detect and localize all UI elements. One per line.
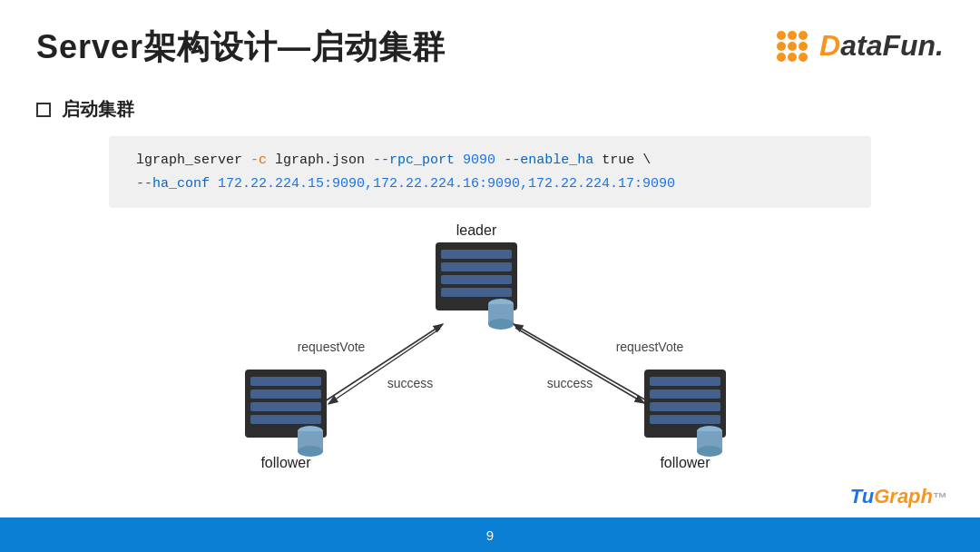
success-left-label: success — [387, 376, 434, 390]
svg-rect-29 — [650, 415, 720, 424]
svg-rect-20 — [250, 402, 321, 411]
svg-point-1 — [788, 31, 797, 40]
tugraph-logo: TuGraph™ — [850, 485, 947, 508]
svg-rect-11 — [441, 262, 512, 271]
svg-rect-27 — [650, 389, 720, 399]
follower-left-server-icon — [245, 370, 327, 457]
svg-rect-21 — [250, 415, 321, 424]
section-heading: 启动集群 — [36, 97, 944, 122]
section-label: 启动集群 — [62, 97, 134, 122]
diagram-svg: leader follower — [172, 215, 808, 478]
header: Server架构设计—启动集群 DataFun. — [0, 0, 980, 70]
datafun-logo-icon — [776, 30, 818, 63]
follower-right-server-icon — [644, 370, 726, 457]
follower-left-label: follower — [260, 455, 311, 470]
footer: 9 — [0, 518, 980, 552]
leader-label: leader — [456, 222, 497, 238]
checkbox-icon — [36, 103, 51, 117]
request-vote-right-label: requestVote — [616, 340, 684, 354]
request-vote-left-label: requestVote — [298, 340, 366, 354]
svg-point-3 — [777, 42, 786, 51]
cluster-diagram: leader follower — [172, 215, 808, 478]
code-line-1: lgraph_server -c lgraph.json --rpc_port … — [136, 149, 844, 172]
svg-rect-10 — [441, 250, 512, 259]
leader-server-icon — [436, 242, 517, 330]
svg-rect-12 — [441, 275, 512, 284]
code-block: lgraph_server -c lgraph.json --rpc_port … — [109, 136, 871, 208]
svg-point-5 — [799, 42, 808, 51]
svg-point-16 — [488, 319, 514, 330]
svg-rect-26 — [650, 377, 720, 386]
svg-rect-19 — [250, 389, 321, 399]
success-right-label: success — [547, 376, 593, 390]
datafun-logo: DataFun. — [776, 29, 944, 63]
svg-point-4 — [788, 42, 797, 51]
svg-rect-28 — [650, 402, 720, 411]
svg-point-8 — [799, 53, 808, 62]
svg-point-2 — [799, 31, 808, 40]
slide: Server架构设计—启动集群 DataFun. 启动集群 lgrap — [0, 0, 980, 552]
svg-rect-13 — [441, 288, 512, 297]
svg-rect-18 — [250, 377, 321, 386]
svg-point-6 — [777, 53, 786, 62]
page-title: Server架构设计—启动集群 — [36, 25, 446, 70]
page-number: 9 — [486, 527, 494, 543]
svg-point-0 — [777, 31, 786, 40]
svg-point-7 — [788, 53, 797, 62]
follower-right-label: follower — [660, 455, 710, 470]
code-line-2: --ha_conf 172.22.224.15:9090,172.22.224.… — [136, 172, 844, 196]
